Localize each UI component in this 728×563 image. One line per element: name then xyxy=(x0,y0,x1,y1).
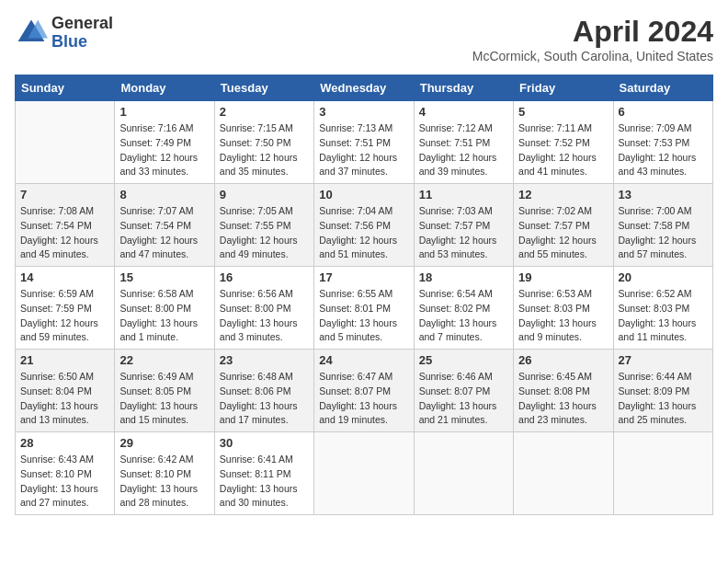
calendar-cell: 24Sunrise: 6:47 AM Sunset: 8:07 PM Dayli… xyxy=(314,350,414,432)
day-info: Sunrise: 6:50 AM Sunset: 8:04 PM Dayligh… xyxy=(20,370,109,428)
calendar-cell: 22Sunrise: 6:49 AM Sunset: 8:05 PM Dayli… xyxy=(115,350,214,432)
calendar-cell xyxy=(414,432,513,515)
day-info: Sunrise: 7:07 AM Sunset: 7:54 PM Dayligh… xyxy=(119,204,209,262)
calendar-cell: 19Sunrise: 6:53 AM Sunset: 8:03 PM Dayli… xyxy=(514,267,613,350)
calendar-cell: 10Sunrise: 7:04 AM Sunset: 7:56 PM Dayli… xyxy=(314,184,414,267)
day-info: Sunrise: 6:48 AM Sunset: 8:06 PM Dayligh… xyxy=(220,370,309,428)
day-number: 19 xyxy=(518,270,608,284)
day-number: 27 xyxy=(619,353,708,367)
day-info: Sunrise: 6:59 AM Sunset: 7:59 PM Dayligh… xyxy=(20,287,109,345)
calendar-cell: 6Sunrise: 7:09 AM Sunset: 7:53 PM Daylig… xyxy=(613,101,712,184)
day-number: 13 xyxy=(619,188,708,201)
day-info: Sunrise: 7:09 AM Sunset: 7:53 PM Dayligh… xyxy=(619,121,708,179)
calendar-cell xyxy=(16,101,115,184)
month-title: April 2024 xyxy=(472,15,713,49)
day-number: 6 xyxy=(619,105,708,119)
day-info: Sunrise: 6:52 AM Sunset: 8:03 PM Dayligh… xyxy=(619,287,708,345)
day-number: 2 xyxy=(220,105,309,119)
day-info: Sunrise: 6:46 AM Sunset: 8:07 PM Dayligh… xyxy=(419,370,508,428)
logo: General Blue xyxy=(15,15,113,52)
calendar-week-row: 21Sunrise: 6:50 AM Sunset: 8:04 PM Dayli… xyxy=(16,350,713,432)
day-number: 24 xyxy=(319,353,408,367)
calendar-cell: 5Sunrise: 7:11 AM Sunset: 7:52 PM Daylig… xyxy=(514,101,613,184)
day-header-saturday: Saturday xyxy=(613,75,712,101)
day-info: Sunrise: 6:53 AM Sunset: 8:03 PM Dayligh… xyxy=(518,287,608,345)
day-info: Sunrise: 6:49 AM Sunset: 8:05 PM Dayligh… xyxy=(119,370,209,428)
day-info: Sunrise: 6:43 AM Sunset: 8:10 PM Dayligh… xyxy=(20,453,109,511)
logo-text: General Blue xyxy=(51,15,113,52)
day-info: Sunrise: 7:13 AM Sunset: 7:51 PM Dayligh… xyxy=(319,121,408,179)
calendar-cell: 15Sunrise: 6:58 AM Sunset: 8:00 PM Dayli… xyxy=(115,267,214,350)
day-number: 25 xyxy=(419,353,508,367)
calendar-cell: 26Sunrise: 6:45 AM Sunset: 8:08 PM Dayli… xyxy=(514,350,613,432)
day-number: 8 xyxy=(119,188,209,201)
calendar-cell: 30Sunrise: 6:41 AM Sunset: 8:11 PM Dayli… xyxy=(214,432,313,515)
day-info: Sunrise: 6:41 AM Sunset: 8:11 PM Dayligh… xyxy=(220,453,309,511)
calendar-cell xyxy=(514,432,613,515)
day-info: Sunrise: 6:44 AM Sunset: 8:09 PM Dayligh… xyxy=(619,370,708,428)
day-header-thursday: Thursday xyxy=(414,75,513,101)
calendar-cell xyxy=(613,432,712,515)
day-number: 7 xyxy=(20,188,109,201)
day-info: Sunrise: 7:03 AM Sunset: 7:57 PM Dayligh… xyxy=(419,204,508,262)
day-header-wednesday: Wednesday xyxy=(314,75,414,101)
day-number: 17 xyxy=(319,270,408,284)
day-number: 5 xyxy=(518,105,608,119)
day-number: 11 xyxy=(419,188,508,201)
day-info: Sunrise: 7:08 AM Sunset: 7:54 PM Dayligh… xyxy=(20,204,109,262)
page-header: General Blue April 2024 McCormick, South… xyxy=(15,15,713,63)
calendar-cell: 20Sunrise: 6:52 AM Sunset: 8:03 PM Dayli… xyxy=(613,267,712,350)
calendar-cell: 18Sunrise: 6:54 AM Sunset: 8:02 PM Dayli… xyxy=(414,267,513,350)
calendar-table: SundayMondayTuesdayWednesdayThursdayFrid… xyxy=(15,75,713,515)
day-info: Sunrise: 7:16 AM Sunset: 7:49 PM Dayligh… xyxy=(119,121,209,179)
day-header-friday: Friday xyxy=(514,75,613,101)
day-number: 21 xyxy=(20,353,109,367)
day-info: Sunrise: 6:56 AM Sunset: 8:00 PM Dayligh… xyxy=(220,287,309,345)
day-info: Sunrise: 6:42 AM Sunset: 8:10 PM Dayligh… xyxy=(119,453,209,511)
day-info: Sunrise: 7:05 AM Sunset: 7:55 PM Dayligh… xyxy=(220,204,309,262)
day-info: Sunrise: 6:45 AM Sunset: 8:08 PM Dayligh… xyxy=(518,370,608,428)
day-info: Sunrise: 6:47 AM Sunset: 8:07 PM Dayligh… xyxy=(319,370,408,428)
calendar-cell: 23Sunrise: 6:48 AM Sunset: 8:06 PM Dayli… xyxy=(214,350,313,432)
day-number: 10 xyxy=(319,188,408,201)
logo-icon xyxy=(15,17,48,50)
logo-blue: Blue xyxy=(51,33,113,52)
calendar-cell: 9Sunrise: 7:05 AM Sunset: 7:55 PM Daylig… xyxy=(214,184,313,267)
day-info: Sunrise: 6:58 AM Sunset: 8:00 PM Dayligh… xyxy=(119,287,209,345)
calendar-cell xyxy=(314,432,414,515)
day-number: 26 xyxy=(518,353,608,367)
day-header-sunday: Sunday xyxy=(16,75,115,101)
calendar-cell: 28Sunrise: 6:43 AM Sunset: 8:10 PM Dayli… xyxy=(16,432,115,515)
logo-general: General xyxy=(51,15,113,33)
day-info: Sunrise: 7:12 AM Sunset: 7:51 PM Dayligh… xyxy=(419,121,508,179)
day-info: Sunrise: 6:54 AM Sunset: 8:02 PM Dayligh… xyxy=(419,287,508,345)
day-number: 20 xyxy=(619,270,708,284)
calendar-cell: 7Sunrise: 7:08 AM Sunset: 7:54 PM Daylig… xyxy=(16,184,115,267)
day-info: Sunrise: 6:55 AM Sunset: 8:01 PM Dayligh… xyxy=(319,287,408,345)
day-info: Sunrise: 7:15 AM Sunset: 7:50 PM Dayligh… xyxy=(220,121,309,179)
calendar-cell: 25Sunrise: 6:46 AM Sunset: 8:07 PM Dayli… xyxy=(414,350,513,432)
day-number: 16 xyxy=(220,270,309,284)
calendar-cell: 1Sunrise: 7:16 AM Sunset: 7:49 PM Daylig… xyxy=(115,101,214,184)
calendar-week-row: 7Sunrise: 7:08 AM Sunset: 7:54 PM Daylig… xyxy=(16,184,713,267)
day-number: 9 xyxy=(220,188,309,201)
day-number: 28 xyxy=(20,436,109,450)
calendar-cell: 13Sunrise: 7:00 AM Sunset: 7:58 PM Dayli… xyxy=(613,184,712,267)
calendar-cell: 2Sunrise: 7:15 AM Sunset: 7:50 PM Daylig… xyxy=(214,101,313,184)
day-number: 4 xyxy=(419,105,508,119)
day-number: 30 xyxy=(220,436,309,450)
title-block: April 2024 McCormick, South Carolina, Un… xyxy=(472,15,713,63)
calendar-cell: 8Sunrise: 7:07 AM Sunset: 7:54 PM Daylig… xyxy=(115,184,214,267)
day-header-monday: Monday xyxy=(115,75,214,101)
day-number: 12 xyxy=(518,188,608,201)
day-header-tuesday: Tuesday xyxy=(214,75,313,101)
calendar-cell: 21Sunrise: 6:50 AM Sunset: 8:04 PM Dayli… xyxy=(16,350,115,432)
calendar-cell: 17Sunrise: 6:55 AM Sunset: 8:01 PM Dayli… xyxy=(314,267,414,350)
day-number: 3 xyxy=(319,105,408,119)
location: McCormick, South Carolina, United States xyxy=(472,49,713,63)
calendar-cell: 12Sunrise: 7:02 AM Sunset: 7:57 PM Dayli… xyxy=(514,184,613,267)
calendar-cell: 4Sunrise: 7:12 AM Sunset: 7:51 PM Daylig… xyxy=(414,101,513,184)
calendar-cell: 27Sunrise: 6:44 AM Sunset: 8:09 PM Dayli… xyxy=(613,350,712,432)
calendar-cell: 3Sunrise: 7:13 AM Sunset: 7:51 PM Daylig… xyxy=(314,101,414,184)
day-info: Sunrise: 7:00 AM Sunset: 7:58 PM Dayligh… xyxy=(619,204,708,262)
